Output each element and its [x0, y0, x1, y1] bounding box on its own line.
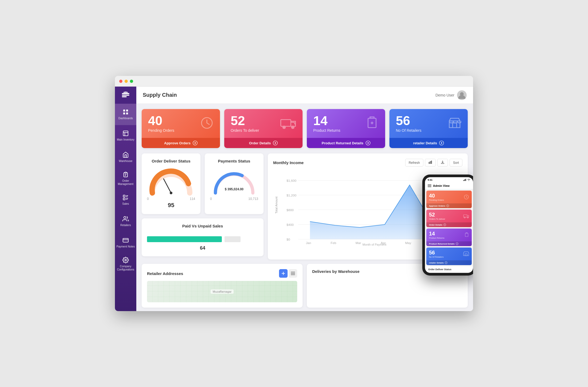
- payments-min: 0: [210, 197, 212, 201]
- stat-card-deliver-label: Orders To deliver: [231, 128, 259, 133]
- gauge-max: 114: [190, 197, 195, 201]
- sidebar-item-warehouse-label: Warehouse: [119, 160, 133, 163]
- svg-point-27: [366, 141, 370, 145]
- svg-rect-6: [126, 113, 128, 114]
- settings-icon: [122, 257, 129, 263]
- sidebar-item-payment-notes[interactable]: Payment Notes: [115, 232, 136, 253]
- logo-icon: [121, 91, 130, 99]
- return-icon: [365, 116, 379, 131]
- stat-card-deliver-info: 52 Orders To deliver: [231, 114, 259, 133]
- retailers-icon: [122, 216, 129, 222]
- product-returned-details-button[interactable]: Product Returned Details: [307, 138, 385, 148]
- maximize-button[interactable]: [130, 80, 133, 83]
- svg-point-21: [193, 141, 197, 145]
- refresh-button[interactable]: Refresh: [405, 159, 423, 167]
- svg-rect-73: [291, 273, 295, 274]
- phone-pending-lbl: Pending Orders: [429, 199, 444, 201]
- sidebar-item-sales[interactable]: Sales: [115, 189, 136, 211]
- svg-text:$1,600: $1,600: [287, 179, 296, 182]
- payments-labels: 0 10,713: [210, 197, 258, 201]
- inventory-icon: [122, 130, 129, 137]
- paid-value: 64: [147, 245, 258, 251]
- warehouse-icon: [122, 152, 129, 158]
- svg-point-23: [283, 126, 286, 129]
- svg-rect-0: [122, 93, 129, 94]
- retailer-details-button[interactable]: retailer Details: [389, 138, 468, 148]
- svg-point-65: [444, 224, 446, 226]
- gauge-value: 95: [168, 202, 174, 209]
- svg-point-25: [273, 141, 277, 145]
- order-deliver-status-card: Order Deliver Status: [142, 153, 200, 214]
- sort-button[interactable]: Sort: [450, 159, 462, 167]
- svg-point-31: [170, 192, 172, 194]
- income-title: Monthly Income: [273, 160, 304, 165]
- svg-rect-72: [291, 272, 295, 272]
- phone-card-pending: 40 Pending Orders Approve Orders: [426, 191, 472, 208]
- export-button[interactable]: [437, 159, 448, 167]
- plus-icon: [281, 271, 285, 276]
- approve-orders-button[interactable]: Approve Orders: [142, 138, 220, 148]
- sidebar-item-dashboards[interactable]: Dashboards: [115, 104, 136, 125]
- svg-text:$400: $400: [287, 223, 294, 226]
- income-controls: Refresh: [405, 159, 462, 167]
- stat-card-returns-number: 14: [313, 114, 340, 127]
- svg-text:$800: $800: [287, 208, 294, 211]
- payments-container: $ 395,024.00 0 10,713: [210, 168, 258, 201]
- sales-icon: [122, 194, 129, 201]
- sidebar-item-main-inventory[interactable]: Main Inventory: [115, 125, 136, 146]
- stat-card-pending-number: 40: [148, 114, 174, 127]
- map-placeholder: Muzaffarnagar: [147, 281, 297, 302]
- svg-point-24: [291, 126, 295, 129]
- stat-card-deliver: 52 Orders To deliver: [224, 109, 303, 148]
- phone-clock-icon: [464, 194, 469, 200]
- phone-arrow-2: [443, 223, 446, 226]
- sidebar-item-retailers[interactable]: Retailers: [115, 211, 136, 232]
- sidebar-item-sales-label: Sales: [122, 202, 129, 206]
- topbar: Supply Chain Demo User: [136, 87, 473, 104]
- svg-rect-58: [428, 185, 431, 186]
- bar-paid-fill: [147, 236, 222, 242]
- retailer-menu-button[interactable]: [289, 269, 297, 278]
- svg-rect-16: [123, 238, 128, 242]
- sidebar-item-order-label: Order Management: [115, 179, 136, 186]
- bar-chart-button[interactable]: [425, 159, 436, 167]
- sidebar-item-order-management[interactable]: Order Management: [115, 168, 136, 189]
- phone-returns-action: Product Returned Details: [429, 243, 455, 245]
- minimize-button[interactable]: [125, 80, 128, 83]
- phone-store-icon: [463, 251, 469, 256]
- phone-title: Admin View: [433, 184, 450, 187]
- svg-point-29: [439, 141, 444, 145]
- gauge-svg: [147, 168, 195, 197]
- add-retailer-button[interactable]: [279, 269, 288, 278]
- dashboard-icon: [122, 109, 129, 115]
- phone-arrow-1: [446, 204, 449, 207]
- phone-retailers-lbl: No Of Retailers: [429, 256, 444, 258]
- order-details-button[interactable]: Order Details: [224, 138, 303, 148]
- svg-rect-74: [291, 274, 295, 275]
- username-label: Demo User: [435, 93, 454, 97]
- close-button[interactable]: [119, 80, 122, 83]
- svg-rect-28: [453, 123, 457, 128]
- store-icon: [448, 116, 461, 131]
- dashboard: 40 Pending Orders Approve O: [136, 104, 473, 311]
- gauge-labels: 0 114: [147, 197, 195, 201]
- svg-point-69: [445, 262, 447, 264]
- gauge-min: 0: [147, 197, 149, 201]
- phone-card-returns: 14 Product Returns Product Returned Deta…: [426, 229, 472, 246]
- sidebar-item-warehouse[interactable]: Warehouse: [115, 146, 136, 168]
- phone-arrow-4: [445, 261, 447, 264]
- svg-rect-66: [465, 233, 468, 237]
- clock-icon: [200, 116, 214, 131]
- phone-deliver-action: Order Details: [429, 224, 442, 226]
- phone-mockup: 9:41 Admin View: [422, 175, 473, 276]
- payment-icon: [122, 237, 129, 243]
- sidebar-item-company-configurations[interactable]: Company Configurations: [115, 253, 136, 275]
- menu-icon: [291, 272, 295, 275]
- svg-point-67: [456, 243, 458, 245]
- avatar: [457, 90, 467, 100]
- phone-arrow-3: [456, 242, 458, 245]
- svg-rect-35: [431, 161, 432, 164]
- stat-card-deliver-body: 52 Orders To deliver: [224, 109, 303, 138]
- bar-chart: [147, 236, 258, 242]
- gauge-container: 0 114 95: [147, 168, 195, 209]
